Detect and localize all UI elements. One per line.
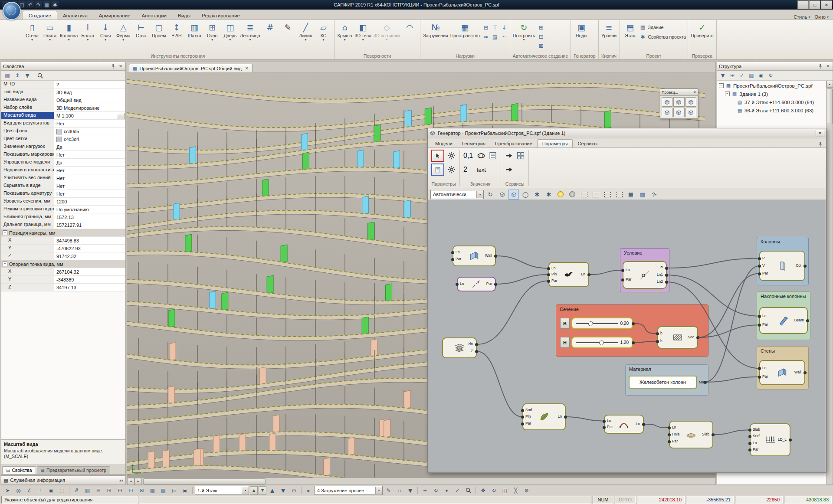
property-value[interactable]: Нет (54, 182, 125, 190)
projection-view-icon[interactable] (685, 97, 696, 107)
chart-icon[interactable]: ▨ (748, 72, 755, 79)
property-row[interactable]: Вид для результатовНет (1, 120, 125, 128)
gear-icon[interactable] (447, 165, 456, 174)
close-icon[interactable]: ✕ (118, 63, 124, 69)
tree-item[interactable]: ▤37-й Этаж +114.600 3.000 (64) (717, 98, 826, 106)
minimize-button[interactable]: ─ (797, 0, 809, 9)
ribbon-button-Крыша[interactable]: ⌂Крыша▾ (336, 21, 354, 42)
ribbon-button-КС[interactable]: ▱КС▾ (315, 21, 332, 42)
property-row[interactable]: Показывать маркировкуНет (1, 151, 125, 159)
ribbon-button-Этаж[interactable]: ▤Этаж (622, 21, 639, 38)
scroll-right-icon[interactable]: ▸ (134, 478, 142, 485)
grid-cells-icon[interactable]: ▥ (637, 190, 648, 200)
node-graph-canvas[interactable]: УсловиеСечениеМатериалКолонныНаклонные к… (428, 200, 826, 472)
perp-icon[interactable]: ⊥ (35, 486, 45, 495)
ribbon-button-± ΔH[interactable]: ↕± ΔH (168, 21, 185, 38)
render-icon[interactable] (508, 190, 519, 200)
slider-knob[interactable] (588, 321, 593, 326)
output-port[interactable] (665, 274, 668, 277)
property-row[interactable]: Показывать арматуруНет (1, 190, 125, 198)
pick-parameter-button[interactable] (431, 150, 444, 162)
target-icon[interactable]: ◎ (13, 486, 23, 495)
slider-track[interactable]: 1.20 (571, 337, 633, 348)
property-value[interactable]: Да (54, 159, 125, 166)
ribbon-button-3D тела[interactable]: ◧3D тела▾ (354, 21, 373, 42)
property-row[interactable]: Z91742.32 (1, 252, 125, 260)
box8-icon[interactable]: ▣ (180, 486, 190, 495)
collapse-icon[interactable]: − (3, 262, 7, 266)
ribbon-button-Свойства проекта[interactable]: ✱Свойства проекта (640, 33, 686, 41)
ribbon-button-dome-icon[interactable]: ◠ (401, 21, 418, 33)
output-port[interactable] (632, 341, 635, 344)
grid-icon[interactable]: # (72, 486, 82, 495)
pin-icon[interactable] (817, 141, 823, 147)
zoomb-icon[interactable]: ⊕ (521, 486, 531, 495)
axes-icon[interactable]: ▫ (394, 486, 404, 495)
ribbon-button-Загружения[interactable]: №Загружения (422, 21, 449, 38)
output-port[interactable] (494, 283, 497, 286)
input-port[interactable] (748, 442, 751, 445)
graph-node-plnz[interactable] (442, 337, 477, 358)
property-value[interactable]: 3D Моделирование (54, 104, 125, 111)
generator-tab-parameters[interactable]: Параметры (537, 139, 573, 147)
tree-item[interactable]: −▦ПроектРыбальскийОстров_PC.spf (717, 82, 826, 90)
property-value[interactable]: Нет (54, 174, 125, 182)
input-port[interactable] (758, 376, 761, 379)
rotate2-icon[interactable]: ↻ (489, 486, 499, 495)
generator-titlebar[interactable]: Генератор - ПроектРыбальскийОстров_PC.sp… (428, 128, 826, 138)
input-port[interactable] (547, 267, 550, 270)
snap-mid-icon[interactable]: ◌ (57, 486, 67, 495)
tree-item[interactable]: −▦Здание 1 (3) (717, 90, 826, 98)
property-value[interactable]: Да (54, 143, 125, 151)
projection-view-icon[interactable] (662, 108, 672, 117)
structure-vscrollbar[interactable]: ▴ (826, 81, 833, 484)
chevron-down-icon[interactable]: ▾ (242, 487, 249, 494)
ribbon-button-Пространство[interactable]: ▦Пространство (449, 21, 481, 38)
wind-icon[interactable]: ≈ (481, 32, 491, 41)
up-icon[interactable]: ▲ (267, 486, 277, 495)
input-port[interactable] (668, 440, 671, 443)
input-port[interactable] (451, 251, 454, 254)
generator-tab-geometry[interactable]: Геометрия (457, 140, 490, 147)
property-value[interactable]: Нет (54, 190, 125, 197)
output-port[interactable] (632, 322, 635, 325)
input-port[interactable] (758, 315, 761, 318)
input-port[interactable] (758, 272, 761, 275)
check2-icon[interactable]: ✓ (453, 486, 462, 495)
property-row[interactable]: Дальняя граница, мм1572127.91 (1, 221, 125, 229)
ribbon-button-Здание[interactable]: ▦Здание (640, 23, 686, 31)
gen-wall-icon[interactable]: ⊡ (536, 32, 546, 41)
close-icon[interactable]: ✕ (693, 90, 696, 95)
frames-icon[interactable] (497, 190, 507, 200)
floor-select[interactable]: 1-й Этаж▾ (195, 486, 249, 495)
pin-icon[interactable] (817, 63, 823, 69)
ribbon-button-grid-icon[interactable]: # (262, 21, 279, 33)
property-row[interactable]: Значения нагрузокДа (1, 143, 125, 151)
mirror-icon[interactable]: ◫ (500, 486, 510, 495)
input-port[interactable] (547, 280, 550, 283)
property-row[interactable]: Цвет сеткиc4c3d4 (1, 135, 125, 143)
output-port[interactable] (696, 336, 699, 339)
projection-view-icon[interactable] (685, 108, 696, 117)
ribbon-button-Балка[interactable]: ⅠБалка▾ (79, 21, 96, 42)
input-port[interactable] (521, 416, 524, 419)
filter-icon[interactable]: ▼ (23, 72, 32, 80)
box2-icon[interactable]: ⊟ (115, 486, 125, 495)
ribbon-button-Колонна[interactable]: ▮Колонна▾ (59, 21, 79, 42)
property-value[interactable]: Нет (54, 167, 125, 174)
property-row[interactable]: Цвет фонаccd0d5 (1, 128, 125, 135)
ribbon-button-Ноды[interactable]: ▣Ноды (573, 21, 590, 38)
property-value[interactable]: 91742.32 (54, 252, 125, 260)
edit-icon[interactable]: ✎ (384, 486, 394, 495)
ribbon-button-Линия[interactable]: ╱Линия▾ (297, 21, 315, 42)
ribbon-button-Стена[interactable]: ▯Стена▾ (23, 21, 41, 42)
close-button[interactable]: ✕ (821, 0, 832, 9)
property-row[interactable]: Тип вида3D вид (1, 88, 125, 96)
ribbon-button-3D по линии[interactable]: ◇3D по линии▾ (373, 21, 400, 42)
tree-item[interactable]: ▤36-й Этаж +111.600 3.000 (63) (717, 106, 826, 115)
material-node[interactable]: Железобетон колоннMat (629, 376, 705, 389)
close-icon[interactable]: ✕ (816, 130, 824, 137)
property-row[interactable]: X267104.32 (1, 268, 125, 276)
input-port[interactable] (668, 433, 671, 436)
ellipsis-button[interactable]: ... (117, 113, 125, 119)
